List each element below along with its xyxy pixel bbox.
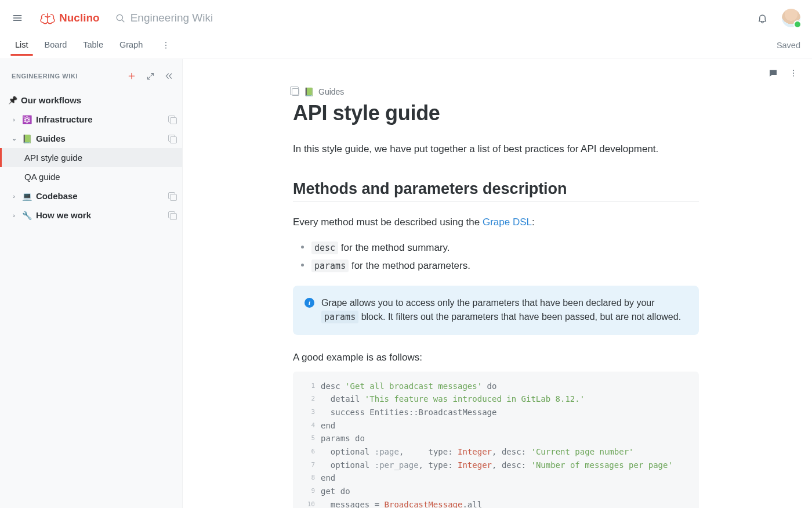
view-tabs: ListBoardTableGraph Saved — [0, 36, 812, 59]
sidebar-child-item[interactable]: QA guide — [0, 167, 182, 186]
copy-icon — [168, 211, 176, 219]
svg-point-2 — [165, 45, 166, 46]
chevron-icon: ⌄ — [10, 135, 17, 142]
sidebar: ENGINEERING WIKI 📌Our workflows›⚛️Infras… — [0, 59, 183, 508]
svg-point-4 — [793, 70, 794, 71]
breadcrumb-emoji: 📗 — [304, 87, 314, 96]
expand-button[interactable] — [143, 69, 158, 84]
bell-icon — [757, 13, 768, 24]
body-paragraph: A good example is as follows: — [293, 350, 699, 365]
svg-point-6 — [793, 75, 794, 76]
notifications-button[interactable] — [752, 8, 773, 28]
collapse-sidebar-button[interactable] — [161, 69, 176, 84]
main: ENGINEERING WIKI 📌Our workflows›⚛️Infras… — [0, 59, 812, 508]
document: 📗 Guides API style guide In this style g… — [293, 85, 699, 508]
tab-graph[interactable]: Graph — [119, 40, 143, 55]
sidebar-item-label: API style guide — [24, 153, 82, 163]
svg-point-5 — [793, 73, 794, 74]
chevron-icon: › — [10, 212, 17, 219]
svg-point-1 — [165, 42, 166, 43]
topbar: Nuclino — [0, 0, 812, 36]
chevron-icon: › — [10, 116, 17, 123]
menu-button[interactable] — [7, 8, 28, 28]
page-title: API style guide — [293, 101, 699, 125]
breadcrumb[interactable]: 📗 Guides — [292, 87, 699, 96]
sidebar-tree: 📌Our workflows›⚛️Infrastructure⌄📗GuidesA… — [0, 89, 182, 236]
brand-name: Nuclino — [59, 12, 100, 24]
inline-code: params — [311, 260, 349, 272]
comments-button[interactable] — [768, 68, 778, 80]
breadcrumb-label: Guides — [318, 87, 344, 96]
sidebar-item-label: Guides — [36, 134, 66, 143]
document-scroll[interactable]: 📗 Guides API style guide In this style g… — [183, 85, 812, 508]
breadcrumb-stack-icon — [292, 88, 299, 96]
search-icon — [115, 13, 126, 24]
content-wrap: 📗 Guides API style guide In this style g… — [183, 59, 812, 508]
brain-icon — [39, 12, 56, 24]
sidebar-item[interactable]: ⌄📗Guides — [0, 129, 182, 148]
pinned-item[interactable]: 📌Our workflows — [0, 91, 182, 110]
sidebar-item-label: How we work — [36, 210, 91, 220]
copy-icon — [168, 192, 176, 200]
sidebar-item[interactable]: ›💻Codebase — [0, 186, 182, 206]
sidebar-item[interactable]: ›⚛️Infrastructure — [0, 110, 182, 129]
grape-dsl-link[interactable]: Grape DSL — [483, 217, 532, 228]
copy-icon — [168, 135, 176, 143]
copy-icon — [168, 116, 176, 124]
chevron-icon: › — [10, 193, 17, 200]
code-block: 1desc 'Get all broadcast messages' do2 d… — [293, 372, 699, 509]
sidebar-child-item[interactable]: API style guide — [0, 148, 182, 167]
tab-list[interactable]: List — [15, 40, 28, 55]
brand-logo[interactable]: Nuclino — [39, 12, 100, 24]
info-callout: i Grape allows you to access only the pa… — [293, 286, 699, 336]
workspace-label: ENGINEERING WIKI — [12, 73, 121, 80]
doc-more-button[interactable] — [789, 69, 798, 80]
tab-more-button[interactable] — [159, 38, 173, 52]
svg-point-3 — [165, 47, 166, 48]
doc-actions — [183, 59, 812, 85]
new-item-button[interactable] — [124, 69, 139, 84]
list-item: params for the method parameters. — [301, 257, 699, 275]
item-emoji: 📗 — [22, 134, 31, 143]
intro-paragraph: In this style guide, we have put togethe… — [293, 142, 699, 157]
list-item: desc for the method summary. — [301, 239, 699, 257]
comment-icon — [768, 68, 778, 78]
sidebar-item-label: Our workflows — [21, 95, 81, 105]
bullet-list: desc for the method summary. params for … — [301, 239, 699, 275]
item-emoji: 💻 — [22, 192, 31, 201]
body-paragraph: Every method must be described using the… — [293, 215, 699, 230]
tab-board[interactable]: Board — [45, 40, 67, 55]
save-status: Saved — [777, 41, 800, 55]
tab-table[interactable]: Table — [83, 40, 103, 55]
search[interactable] — [111, 9, 320, 27]
avatar[interactable] — [782, 9, 800, 27]
callout-text: Grape allows you to access only the para… — [321, 296, 687, 325]
section-heading: Methods and parameters description — [293, 180, 699, 202]
info-icon: i — [304, 298, 314, 308]
sidebar-item-label: Infrastructure — [36, 114, 93, 124]
inline-code: desc — [311, 242, 338, 254]
search-input[interactable] — [130, 12, 316, 24]
pin-icon: 📌 — [8, 96, 17, 105]
sidebar-header: ENGINEERING WIKI — [0, 59, 182, 89]
sidebar-item[interactable]: ›🔧How we work — [0, 206, 182, 225]
sidebar-item-label: QA guide — [24, 172, 60, 182]
sidebar-item-label: Codebase — [36, 191, 78, 201]
item-emoji: 🔧 — [22, 211, 31, 220]
item-emoji: ⚛️ — [22, 115, 31, 124]
inline-code: params — [321, 311, 358, 323]
